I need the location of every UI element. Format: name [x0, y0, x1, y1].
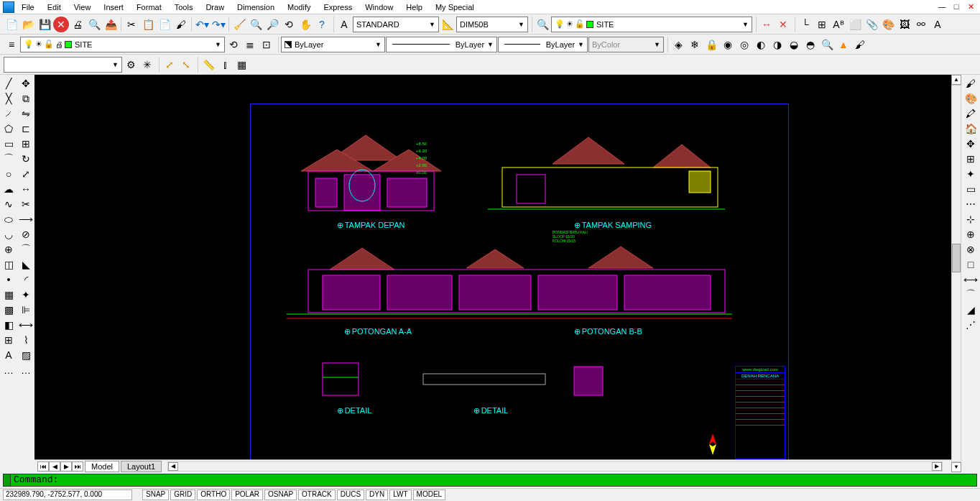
toggle-lwt[interactable]: LWT	[389, 489, 411, 500]
layer-lock-icon[interactable]: 🔒	[703, 37, 719, 52]
edit-pline-icon[interactable]: ⌇	[18, 333, 34, 347]
menu-express[interactable]: Express	[318, 1, 358, 13]
text-tag-icon[interactable]: Aᴮ	[831, 17, 846, 32]
xline-icon[interactable]: ╳	[1, 91, 17, 106]
layer-iso-icon[interactable]: ⊡	[259, 37, 274, 52]
curve-icon[interactable]: ⌒	[963, 288, 979, 302]
explode-icon[interactable]: ✦	[18, 288, 34, 302]
dim-linear-icon[interactable]: ↔	[759, 17, 775, 32]
copy-icon[interactable]: 📋	[140, 17, 156, 32]
menu-dimension[interactable]: Dimension	[231, 1, 280, 13]
minimize-icon[interactable]: —	[935, 2, 948, 12]
publish-icon[interactable]: 📤	[103, 17, 119, 32]
help-icon[interactable]: ?	[314, 17, 330, 32]
color-combo[interactable]: ByLayer▼	[281, 37, 385, 52]
point-icon[interactable]: •	[1, 272, 17, 287]
xref-icon[interactable]: 📎	[864, 17, 879, 32]
close-icon[interactable]: ✕	[964, 2, 977, 12]
crosshair-icon[interactable]: ✦	[963, 167, 979, 181]
ellipse-icon[interactable]: ⬭	[1, 212, 17, 226]
tab-last-icon[interactable]: ⏭	[72, 461, 83, 472]
print-preview-icon[interactable]: 🔍	[86, 17, 102, 32]
paste-icon[interactable]: 📄	[157, 17, 172, 32]
menu-draw[interactable]: Draw	[200, 1, 230, 13]
line-icon[interactable]: ╱	[1, 76, 17, 91]
search-icon[interactable]: 🔍	[535, 17, 550, 32]
raster-icon[interactable]: 🖼	[897, 17, 912, 32]
extend-icon[interactable]: ⟶	[18, 212, 34, 226]
h-scrollbar[interactable]: ◀▶	[167, 461, 943, 472]
font-prop-icon[interactable]: A	[930, 17, 946, 32]
layer-props-icon[interactable]: ≡	[4, 37, 19, 52]
textstyle-icon[interactable]: A	[336, 17, 352, 32]
tab-layout1[interactable]: Layout1	[121, 461, 162, 472]
snap2-icon[interactable]: ⊕	[963, 227, 979, 242]
command-line[interactable]: Command:	[3, 474, 977, 487]
join-icon[interactable]: ⌒	[18, 242, 34, 257]
oo-icon[interactable]: OO	[913, 17, 929, 32]
dim-cancel-icon[interactable]: ✕	[775, 17, 791, 32]
layer-combo[interactable]: 💡☀🔓🖨 SITE▼	[20, 37, 225, 52]
drawing-canvas[interactable]: +8.50+6.20+4.00+2.80±0.00 ⊕ TAMPAK DEPAN…	[34, 75, 951, 459]
trim-icon[interactable]: ✂	[18, 197, 34, 211]
roller-icon[interactable]: 🖍	[963, 106, 979, 121]
lineweight-combo[interactable]: ByLayer▼	[498, 37, 588, 52]
tab-first-icon[interactable]: ⏮	[37, 461, 49, 472]
ellipse-arc-icon[interactable]: ◡	[1, 227, 17, 242]
cmd-handle-icon[interactable]	[4, 474, 11, 486]
scroll-up-icon[interactable]: ▲	[951, 75, 961, 85]
menu-modify[interactable]: Modify	[282, 1, 316, 13]
offset-icon[interactable]: ⊏	[18, 121, 34, 136]
edit-hatch-icon[interactable]: ▨	[18, 348, 34, 362]
layer-off-icon[interactable]: ◈	[670, 37, 686, 52]
toggle-polar[interactable]: POLAR	[231, 489, 263, 500]
flame-icon[interactable]: ▲	[836, 37, 851, 52]
menu-myspecial[interactable]: My Special	[430, 1, 480, 13]
plotstyle-combo[interactable]: ByColor▼	[588, 37, 664, 52]
undo-icon[interactable]: ↶▾	[194, 17, 210, 32]
restore-icon[interactable]: □	[950, 2, 963, 12]
layer-delete-icon[interactable]: ◒	[786, 37, 802, 52]
block-icon[interactable]: ⬜	[847, 17, 863, 32]
break-icon[interactable]: ⊘	[18, 227, 34, 242]
open-file-icon[interactable]: 📂	[20, 17, 36, 32]
toggle-model[interactable]: MODEL	[413, 489, 446, 500]
gradient-icon[interactable]: ▦	[234, 57, 249, 73]
grid-style-icon[interactable]: ⊞	[814, 17, 830, 32]
layer-states-icon[interactable]: ≣	[242, 37, 258, 52]
dim-style-combo[interactable]: DIM50B▼	[456, 17, 528, 32]
ucs-icon[interactable]: └	[798, 17, 813, 32]
lengthen-icon[interactable]: ⟷	[18, 318, 34, 332]
tab-model[interactable]: Model	[85, 461, 119, 472]
menu-format[interactable]: Format	[131, 1, 167, 13]
palette-tool-icon[interactable]: 🎨	[963, 91, 979, 106]
dimstyle-icon[interactable]: 📐	[440, 17, 456, 32]
polyline-icon[interactable]: ⟋	[1, 106, 17, 121]
menu-insert[interactable]: Insert	[98, 1, 129, 13]
menu-tools[interactable]: Tools	[169, 1, 199, 13]
snap-ext-icon[interactable]: ⟷	[963, 272, 979, 287]
dotted-icon[interactable]: ⋯	[963, 197, 979, 211]
palette-icon[interactable]: 🎨	[880, 17, 896, 32]
snap1-icon[interactable]: ⊹	[963, 212, 979, 226]
measure-icon[interactable]: 📏	[200, 57, 216, 73]
text-style-combo[interactable]: STANDARD▼	[353, 17, 439, 32]
stretch-icon[interactable]: ↔	[18, 182, 34, 196]
chamfer-icon[interactable]: ◣	[18, 257, 34, 272]
scale-icon[interactable]: ⤢	[18, 167, 34, 181]
polygon-icon[interactable]: ⬠	[1, 121, 17, 136]
rect-small-icon[interactable]: ▭	[963, 182, 979, 196]
angle-icon[interactable]: ◢	[963, 303, 979, 317]
gradient-fill-icon[interactable]: ▩	[1, 303, 17, 317]
zoom-window-icon[interactable]: 🔎	[264, 17, 280, 32]
mirror-icon[interactable]: ⇋	[18, 106, 34, 121]
box-icon[interactable]: □	[963, 257, 979, 272]
layer-copy-icon[interactable]: ◓	[803, 37, 818, 52]
tab-next-icon[interactable]: ▶	[60, 461, 72, 472]
mtext-icon[interactable]: A	[1, 348, 17, 362]
menu-window[interactable]: Window	[359, 1, 399, 13]
toggle-osnap[interactable]: OSNAP	[264, 489, 297, 500]
menu-help[interactable]: Help	[400, 1, 428, 13]
zoom-realtime-icon[interactable]: 🔍	[248, 17, 264, 32]
make-block-icon[interactable]: ◫	[1, 257, 17, 272]
